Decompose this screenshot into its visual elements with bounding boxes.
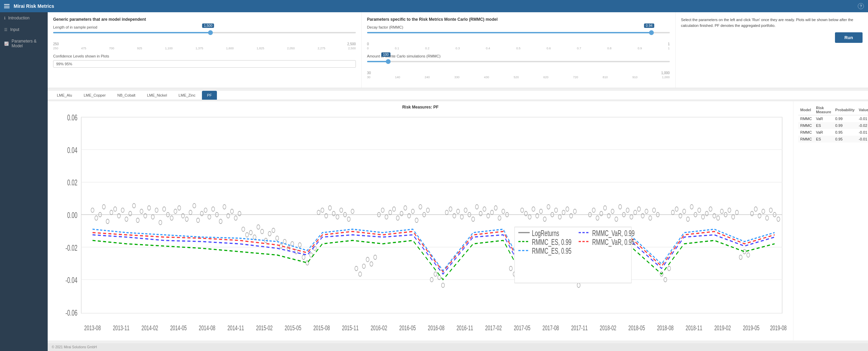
svg-text:2017-08: 2017-08 [542, 324, 559, 332]
svg-text:-0.04: -0.04 [65, 276, 77, 285]
svg-text:2013-11: 2013-11 [113, 324, 129, 332]
decay-thumb[interactable]: 0.94 [649, 30, 654, 35]
table-row: RMMCES0.99-0.02 [798, 122, 868, 129]
in-sample-thumb[interactable]: 1,500 [208, 30, 213, 35]
conf-input[interactable] [53, 60, 356, 68]
mc-value: 100 [381, 52, 391, 57]
svg-text:2016-02: 2016-02 [370, 324, 387, 332]
chart-svg: 0.06 0.04 0.02 0.00 -0.02 -0.04 -0.06 [51, 112, 790, 336]
run-button[interactable]: Run [835, 32, 863, 43]
in-sample-value: 1,500 [202, 23, 214, 28]
svg-text:0.06: 0.06 [67, 113, 77, 122]
tab-lme-alu[interactable]: LME_Alu [52, 91, 77, 100]
chart-content-row: Risk Measures: PF 0.06 [48, 101, 868, 340]
tab-pf[interactable]: PF [202, 91, 217, 100]
decay-track[interactable]: 0.94 [367, 32, 670, 33]
generic-params-panel: Generic parameters that are model indepe… [48, 12, 362, 88]
svg-text:2016-11: 2016-11 [457, 324, 473, 332]
footer: © 2021 Mirai Solutions GmbH [48, 343, 868, 351]
sidebar-item-introduction[interactable]: ℹ Introduction [0, 12, 48, 24]
svg-text:2019-05: 2019-05 [743, 324, 760, 332]
svg-text:2014-11: 2014-11 [227, 324, 244, 332]
svg-text:2015-05: 2015-05 [285, 324, 301, 332]
in-sample-slider-container: 1,500 250 2,500 250 475 700 925 1,100 [53, 32, 356, 50]
table-row: RMMCES0.95-0.01 [798, 136, 868, 143]
params-row: Generic parameters that are model indepe… [48, 12, 868, 88]
svg-text:2013-08: 2013-08 [84, 324, 101, 332]
sidebar-item-label: Parameters & Model [12, 39, 44, 48]
sidebar: ℹ Introduction ☰ Input 📈 Parameters & Mo… [0, 12, 48, 351]
mc-minmax: 30 1,000 [367, 71, 670, 75]
sidebar-item-parameters-model[interactable]: 📈 Parameters & Model [0, 35, 48, 52]
col-value: Value [857, 105, 868, 115]
svg-rect-0 [81, 117, 782, 313]
decay-fill [367, 32, 652, 33]
footer-text: © 2021 Mirai Solutions GmbH [52, 345, 97, 349]
panel2-title: Parameters specific to the Risk Metrics … [367, 17, 670, 22]
help-icon[interactable]: ? [858, 3, 864, 9]
in-sample-track[interactable]: 1,500 [53, 32, 356, 33]
col-model: Model [798, 105, 814, 115]
input-icon: ☰ [4, 28, 7, 32]
stats-table: Model Risk Measure Probability Value RMM… [798, 105, 868, 143]
svg-text:2014-08: 2014-08 [199, 324, 216, 332]
svg-text:-0.06: -0.06 [65, 308, 77, 317]
svg-text:RMMC_ES, 0.95: RMMC_ES, 0.95 [532, 247, 571, 256]
mc-label: Amount of Monte Carlo simulations (RMMC) [367, 54, 670, 58]
mc-thumb[interactable]: 100 [386, 59, 391, 64]
col-risk-measure: Risk Measure [814, 105, 833, 115]
svg-text:2016-08: 2016-08 [428, 324, 445, 332]
navbar: Mirai Risk Metrics ? [0, 0, 868, 12]
info-icon: ℹ [4, 16, 5, 20]
sidebar-item-label: Input [10, 27, 19, 32]
table-row: RMMCVaR0.99-0.01 [798, 115, 868, 122]
tab-lme-copper[interactable]: LME_Copper [79, 91, 111, 100]
app-title: Mirai Risk Metrics [14, 3, 54, 9]
svg-text:2019-08: 2019-08 [770, 324, 787, 332]
chart-wrapper: Risk Measures: PF 0.06 [48, 101, 793, 340]
svg-text:2018-05: 2018-05 [628, 324, 645, 332]
panel1-title: Generic parameters that are model indepe… [53, 17, 356, 22]
svg-text:0.04: 0.04 [67, 146, 77, 155]
decay-slider-container: 0.94 0 1 0 0.1 0.2 0.3 0.4 0.5 [367, 32, 670, 50]
run-description: Select the parameters on the left and cl… [681, 17, 863, 28]
svg-text:2015-08: 2015-08 [313, 324, 330, 332]
in-sample-ticks: 250 475 700 925 1,100 1,375 1,600 1,825 … [53, 47, 356, 50]
table-row: RMMCVaR0.95-0.01 [798, 129, 868, 136]
chart-title: Risk Measures: PF [51, 105, 790, 110]
sidebar-item-label: Introduction [8, 16, 30, 20]
svg-text:2014-02: 2014-02 [142, 324, 158, 332]
chart-icon: 📈 [4, 41, 9, 46]
mc-track[interactable]: 100 [367, 61, 670, 62]
svg-text:RMMC_ES, 0.99: RMMC_ES, 0.99 [532, 238, 571, 247]
decay-value: 0.94 [644, 23, 654, 28]
mc-ticks: 30 140 240 330 430 520 620 720 810 910 1… [367, 76, 670, 79]
decay-ticks: 0 0.1 0.2 0.3 0.4 0.5 0.6 0.7 0.8 0.9 1 [367, 47, 670, 50]
tab-lme-zinc[interactable]: LME_Zinc [173, 91, 201, 100]
col-probability: Probability [833, 105, 857, 115]
conf-label: Confidence Levels shown in Plots [53, 54, 356, 58]
hamburger-menu[interactable] [4, 4, 10, 8]
sidebar-item-input[interactable]: ☰ Input [0, 24, 48, 35]
chart-area: LME_Alu LME_Copper NB_Cobalt LME_Nickel … [48, 88, 868, 343]
mc-fill [367, 61, 388, 62]
in-sample-minmax: 250 2,500 [53, 42, 356, 46]
mc-slider-container: 100 30 1,000 30 140 240 330 430 [367, 61, 670, 79]
rmmc-params-panel: Parameters specific to the Risk Metrics … [362, 12, 676, 88]
svg-text:2017-05: 2017-05 [514, 324, 531, 332]
svg-text:2019-02: 2019-02 [714, 324, 731, 332]
svg-text:-0.02: -0.02 [65, 243, 77, 252]
svg-text:2018-08: 2018-08 [657, 324, 674, 332]
tabs-row: LME_Alu LME_Copper NB_Cobalt LME_Nickel … [48, 91, 868, 100]
decay-minmax: 0 1 [367, 42, 670, 46]
svg-text:2017-02: 2017-02 [485, 324, 502, 332]
svg-text:2018-02: 2018-02 [600, 324, 616, 332]
svg-text:RMMC_VaR, 0.99: RMMC_VaR, 0.99 [592, 229, 634, 238]
svg-text:2015-11: 2015-11 [342, 324, 359, 332]
svg-text:RMMC_VaR, 0.95: RMMC_VaR, 0.95 [592, 238, 634, 247]
tab-lme-nickel[interactable]: LME_Nickel [142, 91, 172, 100]
svg-text:0.02: 0.02 [67, 178, 77, 187]
tab-nb-cobalt[interactable]: NB_Cobalt [112, 91, 140, 100]
svg-text:2015-02: 2015-02 [256, 324, 273, 332]
svg-text:2017-11: 2017-11 [571, 324, 588, 332]
